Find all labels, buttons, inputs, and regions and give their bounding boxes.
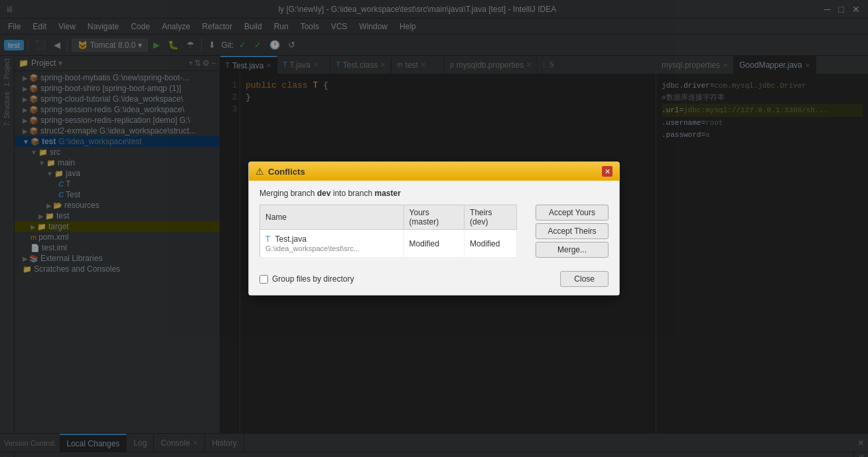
dialog-body: Merging branch dev into branch master Na… [249, 181, 619, 266]
group-files-checkbox-container[interactable]: Group files by directory [259, 274, 354, 284]
merge-text-pre: Merging branch [259, 189, 317, 198]
file-path: G:\idea_workspace\test\src... [265, 244, 360, 252]
dialog-content-row: Name Yours (master) Theirs (dev) T Test.… [259, 205, 609, 258]
file-type-icon: T [265, 234, 270, 244]
group-files-checkbox[interactable] [259, 275, 268, 284]
dialog-close-button[interactable]: ✕ [602, 166, 613, 177]
yours-status: Modified [403, 230, 465, 258]
warning-icon: ⚠ [255, 166, 264, 177]
dialog-title: Conflicts [268, 167, 305, 177]
merge-button[interactable]: Merge... [536, 242, 609, 258]
branch-from: dev [317, 189, 331, 198]
col-theirs: Theirs (dev) [465, 205, 517, 230]
dialog-close-bottom-button[interactable]: Close [560, 271, 609, 287]
dialog-actions: Accept Yours Accept Theirs Merge... [536, 205, 609, 258]
branch-to: master [374, 189, 400, 198]
accept-theirs-button[interactable]: Accept Theirs [536, 223, 609, 239]
dialog-titlebar: ⚠ Conflicts ✕ [249, 162, 619, 181]
dialog-merge-info: Merging branch dev into branch master [259, 189, 609, 198]
table-row[interactable]: T Test.java G:\idea_workspace\test\src..… [260, 230, 517, 258]
accept-yours-button[interactable]: Accept Yours [536, 205, 609, 221]
col-yours: Yours (master) [403, 205, 465, 230]
theirs-status: Modified [465, 230, 517, 258]
merge-text-mid: into branch [333, 189, 375, 198]
file-name: Test.java [275, 234, 306, 244]
conflicts-dialog: ⚠ Conflicts ✕ Merging branch dev into br… [248, 161, 620, 296]
conflicts-table: Name Yours (master) Theirs (dev) T Test.… [259, 205, 517, 258]
file-name-cell: T Test.java G:\idea_workspace\test\src..… [260, 230, 404, 258]
dialog-title-left: ⚠ Conflicts [255, 166, 305, 177]
group-files-label: Group files by directory [272, 274, 354, 284]
conflicts-table-body: T Test.java G:\idea_workspace\test\src..… [260, 230, 517, 258]
modal-overlay: ⚠ Conflicts ✕ Merging branch dev into br… [0, 0, 868, 457]
col-name: Name [260, 205, 404, 230]
dialog-bottom: Group files by directory Close [249, 266, 619, 295]
